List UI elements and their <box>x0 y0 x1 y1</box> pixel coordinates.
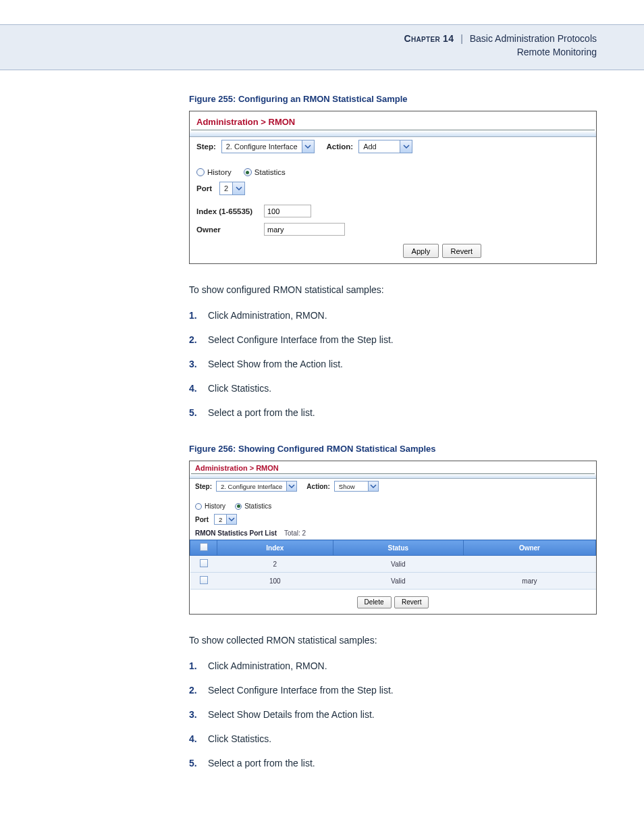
steps-list-2: Click Administration, RMON. Select Confi… <box>189 656 597 778</box>
figure-256-panel: Administration > RMON Step: 2. Configure… <box>189 461 597 615</box>
step-item: Select Configure Interface from the Step… <box>189 681 597 705</box>
select-all-header[interactable] <box>190 540 217 556</box>
step-item: Select a port from the list. <box>189 403 597 427</box>
action-label: Action: <box>306 483 329 490</box>
port-list-title: RMON Statistics Port List <box>195 529 277 537</box>
step-label: Step: <box>196 142 216 151</box>
steps-list-1: Click Administration, RMON. Select Confi… <box>189 306 597 427</box>
step-label: Step: <box>195 483 212 490</box>
owner-label: Owner <box>196 226 264 234</box>
col-status: Status <box>333 540 463 556</box>
intro-text-2: To show collected RMON statistical sampl… <box>189 635 597 646</box>
col-index: Index <box>217 540 333 556</box>
revert-button[interactable]: Revert <box>442 244 481 258</box>
step-item: Click Administration, RMON. <box>189 656 597 681</box>
step-item: Click Statistics. <box>189 729 597 754</box>
apply-button[interactable]: Apply <box>403 244 439 258</box>
row-checkbox[interactable] <box>200 576 208 584</box>
history-radio-label: History <box>207 168 232 176</box>
history-radio-label: History <box>205 502 225 510</box>
figure-256-caption: Figure 256: Showing Configured RMON Stat… <box>189 444 597 454</box>
panel-breadcrumb: Administration > RMON <box>190 461 596 473</box>
history-radio[interactable] <box>196 168 205 176</box>
step-item: Select Show Details from the Action list… <box>189 705 597 729</box>
owner-input[interactable] <box>264 223 345 236</box>
chapter-title: Basic Administration Protocols <box>470 33 597 44</box>
figure-255-caption: Figure 255: Configuring an RMON Statisti… <box>189 94 597 104</box>
action-select[interactable]: Add <box>358 140 412 153</box>
step-item: Click Administration, RMON. <box>189 306 597 330</box>
port-list-total: Total: 2 <box>284 529 306 537</box>
chapter-label: Chapter 14 <box>404 33 454 44</box>
port-label: Port <box>196 184 219 192</box>
page-number: – 463 – <box>189 832 597 835</box>
port-select[interactable]: 2 <box>214 514 237 525</box>
step-item: Select Configure Interface from the Step… <box>189 330 597 355</box>
pipe: | <box>460 33 463 44</box>
chevron-down-icon <box>302 140 314 153</box>
revert-button[interactable]: Revert <box>394 596 429 608</box>
chevron-down-icon <box>232 182 244 194</box>
figure-255-panel: Administration > RMON Step: 2. Configure… <box>189 111 597 264</box>
panel-breadcrumb: Administration > RMON <box>190 111 596 130</box>
chevron-down-icon <box>400 140 412 153</box>
table-row: 100 Valid mary <box>190 573 596 590</box>
step-item: Select a port from the list. <box>189 754 597 778</box>
statistics-radio[interactable] <box>244 168 252 176</box>
chevron-down-icon <box>286 481 296 491</box>
action-select[interactable]: Show <box>334 481 379 492</box>
port-select[interactable]: 2 <box>219 182 245 195</box>
header-subtitle: Remote Monitoring <box>0 47 597 57</box>
page-header: Chapter 14 | Basic Administration Protoc… <box>0 24 644 70</box>
step-item: Select Show from the Action list. <box>189 355 597 379</box>
row-checkbox[interactable] <box>200 559 208 567</box>
checkbox-icon <box>200 543 208 551</box>
statistics-radio-label: Statistics <box>254 168 286 176</box>
history-radio[interactable] <box>195 503 202 510</box>
delete-button[interactable]: Delete <box>357 596 392 608</box>
intro-text-1: To show configured RMON statistical samp… <box>189 284 597 295</box>
step-select[interactable]: 2. Configure Interface <box>221 140 315 153</box>
chevron-down-icon <box>226 515 236 524</box>
step-select[interactable]: 2. Configure Interface <box>216 481 297 492</box>
chevron-down-icon <box>368 481 378 491</box>
index-input[interactable] <box>264 205 311 217</box>
port-label: Port <box>195 516 214 523</box>
step-item: Click Statistics. <box>189 379 597 403</box>
table-row: 2 Valid <box>190 556 596 573</box>
index-label: Index (1-65535) <box>196 207 264 215</box>
action-label: Action: <box>327 142 354 151</box>
stats-table: Index Status Owner 2 Valid 100 Valid mar… <box>190 540 596 590</box>
statistics-radio-label: Statistics <box>244 502 271 510</box>
statistics-radio[interactable] <box>235 503 242 510</box>
col-owner: Owner <box>463 540 595 556</box>
